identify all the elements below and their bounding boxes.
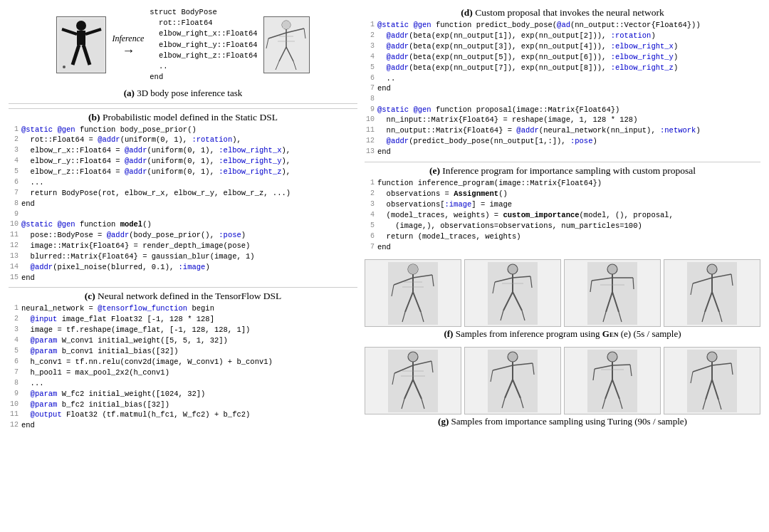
inference-arrow: Inference → bbox=[112, 33, 144, 57]
code-line: 2 rot::Float64 = @addr(uniform(0, 1), :r… bbox=[9, 135, 357, 145]
code-line: 3 elbow_r_x::Float64 = @addr(uniform(0, … bbox=[9, 145, 357, 156]
code-line: 4 @param W_conv1 initial_weight([5, 5, 1… bbox=[9, 335, 357, 346]
section-c-header: (c) Neural network defined in the Tensor… bbox=[9, 287, 357, 302]
code-block-c: 1neural_network = @tensorflow_function b… bbox=[9, 303, 357, 431]
code-line: 2 observations = Assignment() bbox=[365, 189, 760, 199]
code-line: 7end bbox=[365, 242, 760, 253]
svg-point-24 bbox=[408, 264, 418, 274]
caption-g: (g) Samples from importance sampling usi… bbox=[365, 416, 760, 427]
images-grid-g bbox=[365, 347, 760, 414]
code-line: 7end bbox=[365, 83, 760, 94]
section-a: Inference → struct BodyPose rot::Float64… bbox=[9, 7, 357, 104]
code-line: 1function inference_program(image::Matri… bbox=[365, 178, 760, 189]
svg-point-10 bbox=[282, 21, 291, 29]
left-column: Inference → struct BodyPose rot::Float64… bbox=[9, 7, 357, 525]
code-line: 15end bbox=[9, 273, 357, 283]
code-line: 12 @addr(predict_body_pose(nn_output[1,:… bbox=[365, 136, 760, 147]
pose-sample-3 bbox=[564, 259, 661, 327]
struct-definition: struct BodyPose rot::Float64 elbow_right… bbox=[150, 7, 257, 83]
right-column: (d) Custom proposal that invokes the neu… bbox=[365, 7, 760, 525]
section-b: (b) Probabilistic model defined in the S… bbox=[9, 108, 357, 283]
section-b-header: (b) Probabilistic model defined in the S… bbox=[9, 108, 357, 123]
code-line: 6 return (model_traces, weights) bbox=[365, 231, 760, 242]
svg-point-85 bbox=[508, 352, 518, 362]
pose-sample-4 bbox=[664, 259, 760, 327]
code-line: 10 @param b_fc2 initial_bias([32]) bbox=[9, 400, 357, 410]
svg-rect-2 bbox=[77, 31, 85, 45]
section-d: (d) Custom proposal that invokes the neu… bbox=[365, 7, 760, 157]
svg-point-37 bbox=[508, 264, 518, 274]
code-line: 9 @param W_fc2 initial_weight([1024, 32]… bbox=[9, 389, 357, 400]
section-e-header: (e) Inference program for importance sam… bbox=[365, 162, 760, 177]
code-line: 7 h_pool1 = max_pool_2x2(h_conv1) bbox=[9, 367, 357, 378]
caption-a: (a) 3D body pose inference task bbox=[124, 88, 242, 99]
code-line: 7 return BodyPose(rot, elbow_r_x, elbow_… bbox=[9, 188, 357, 199]
code-line: 2 @input image_flat Float32 [-1, 128 * 1… bbox=[9, 314, 357, 325]
svg-point-7 bbox=[63, 66, 66, 68]
caption-f: (f) Samples from inference program using… bbox=[365, 328, 760, 340]
svg-point-1 bbox=[76, 21, 86, 31]
code-line: 4 (model_traces, weights) = custom_impor… bbox=[365, 210, 760, 221]
code-line: 9@static @gen function proposal(image::M… bbox=[365, 105, 760, 115]
images-grid-f bbox=[365, 259, 760, 327]
pose-sample-g2 bbox=[464, 347, 561, 414]
code-line: 6 .. bbox=[365, 73, 760, 84]
code-line: 5 @addr(beta(exp(nn_output[7]), exp(nn_o… bbox=[365, 63, 760, 73]
code-block-d: 1@static @gen function predict_body_pose… bbox=[365, 20, 760, 157]
section-f: (f) Samples from inference program using… bbox=[365, 256, 760, 340]
code-line: 3 observations[:image] = image bbox=[365, 199, 760, 210]
code-line: 4 elbow_r_y::Float64 = @addr(uniform(0, … bbox=[9, 156, 357, 167]
svg-point-61 bbox=[707, 264, 717, 274]
code-line: 3 @addr(beta(exp(nn_output[3]), exp(nn_o… bbox=[365, 41, 760, 52]
svg-point-49 bbox=[607, 264, 617, 274]
pose-sample-g4 bbox=[664, 347, 760, 414]
pose-sample-1 bbox=[365, 259, 461, 327]
code-line: 1@static @gen function predict_body_pose… bbox=[365, 20, 760, 31]
silhouette-figure bbox=[56, 16, 106, 73]
main-container: Inference → struct BodyPose rot::Float64… bbox=[0, 0, 769, 532]
inference-label: Inference bbox=[112, 33, 144, 44]
section-d-header: (d) Custom proposal that invokes the neu… bbox=[365, 7, 760, 19]
code-line: 12 image::Matrix{Float64} = render_depth… bbox=[9, 241, 357, 251]
code-block-e: 1function inference_program(image::Matri… bbox=[365, 178, 760, 252]
section-c: (c) Neural network defined in the Tensor… bbox=[9, 287, 357, 431]
code-line: 14 @addr(pixel_noise(blurred, 0.1), :ima… bbox=[9, 262, 357, 273]
code-line: 8 bbox=[365, 94, 760, 104]
section-e: (e) Inference program for importance sam… bbox=[365, 162, 760, 252]
right-arrow: → bbox=[122, 44, 135, 57]
svg-point-72 bbox=[408, 352, 418, 362]
code-line: 12end bbox=[9, 420, 357, 431]
code-line: 5 (image,), observations=observations, n… bbox=[365, 221, 760, 231]
code-line: 4 @addr(beta(exp(nn_output[5]), exp(nn_o… bbox=[365, 52, 760, 63]
code-line: 5 @param b_conv1 initial_bias([32]) bbox=[9, 346, 357, 357]
code-line: 3 image = tf.reshape(image_flat, [-1, 12… bbox=[9, 325, 357, 335]
code-line: 6 h_conv1 = tf.nn.relu(conv2d(image, W_c… bbox=[9, 357, 357, 367]
pose-render-figure bbox=[263, 16, 310, 73]
code-line: 6 ... bbox=[9, 177, 357, 188]
pose-sample-2 bbox=[464, 259, 561, 327]
code-line: 1neural_network = @tensorflow_function b… bbox=[9, 303, 357, 314]
section-g: (g) Samples from importance sampling usi… bbox=[365, 344, 760, 427]
pose-sample-g1 bbox=[365, 347, 461, 414]
section-a-diagram: Inference → struct BodyPose rot::Float64… bbox=[56, 7, 309, 83]
code-line: 1@static @gen function body_pose_prior() bbox=[9, 125, 357, 135]
code-block-b: 1@static @gen function body_pose_prior()… bbox=[9, 125, 357, 283]
code-line: 11 @output Float32 (tf.matmul(h_fc1, W_f… bbox=[9, 410, 357, 420]
code-line: 8end bbox=[9, 199, 357, 209]
code-line: 8 ... bbox=[9, 378, 357, 389]
svg-point-96 bbox=[607, 352, 617, 362]
code-line: 13 blurred::Matrix{Float64} = gaussian_b… bbox=[9, 251, 357, 262]
code-line: 13end bbox=[365, 147, 760, 157]
code-line: 10 nn_input::Matrix{Float64} = reshape(i… bbox=[365, 115, 760, 125]
code-line: 9 bbox=[9, 209, 357, 219]
svg-point-108 bbox=[707, 352, 717, 362]
code-line: 11 pose::BodyPose = @addr(body_pose_prio… bbox=[9, 230, 357, 241]
code-line: 10@static @gen function model() bbox=[9, 219, 357, 230]
code-line: 5 elbow_r_z::Float64 = @addr(uniform(0, … bbox=[9, 167, 357, 177]
code-line: 11 nn_output::Matrix{Float64} = @addr(ne… bbox=[365, 125, 760, 136]
pose-sample-g3 bbox=[564, 347, 661, 414]
code-line: 2 @addr(beta(exp(nn_output[1]), exp(nn_o… bbox=[365, 31, 760, 41]
svg-line-99 bbox=[612, 365, 630, 365]
